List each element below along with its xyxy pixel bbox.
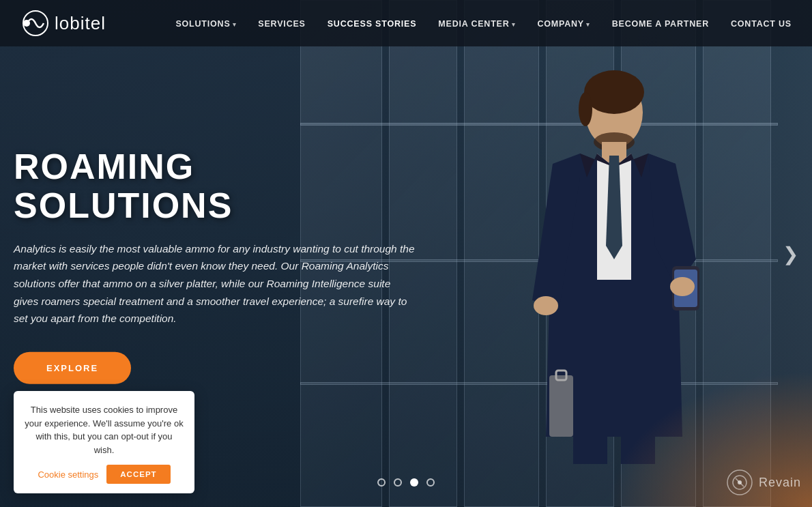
- explore-button[interactable]: EXPLORE: [14, 351, 131, 383]
- nav-item-media-center[interactable]: MEDIA CENTER▾: [438, 17, 515, 29]
- hero-title: ROAMING SOLUTIONS: [14, 147, 423, 224]
- slider-dot-3[interactable]: [410, 478, 418, 487]
- navbar: lobitel SOLUTIONS▾ SERVICES SUCCESS STOR…: [0, 0, 812, 46]
- chevron-down-icon: ▾: [233, 21, 237, 28]
- chevron-down-icon-2: ▾: [512, 21, 516, 28]
- svg-rect-9: [573, 433, 607, 464]
- cookie-text: This website uses cookies to improve you…: [25, 403, 184, 457]
- slider-dot-1[interactable]: [377, 478, 386, 487]
- svg-point-8: [534, 296, 558, 315]
- revain-label: Revain: [759, 476, 801, 490]
- nav-link-services[interactable]: SERVICES: [258, 19, 305, 29]
- svg-point-1: [584, 70, 644, 114]
- svg-point-18: [738, 480, 742, 484]
- cookie-banner: This website uses cookies to improve you…: [14, 391, 194, 493]
- nav-link-success-stories[interactable]: SUCCESS STORIES: [328, 19, 417, 29]
- cookie-settings-link[interactable]: Cookie settings: [38, 469, 98, 480]
- slider-next-button[interactable]: ❯: [783, 242, 798, 265]
- nav-item-company[interactable]: COMPANY▾: [537, 17, 590, 29]
- chevron-down-icon-3: ▾: [586, 21, 590, 28]
- nav-item-become-partner[interactable]: BECOME A PARTNER: [612, 17, 709, 29]
- svg-point-2: [579, 92, 592, 126]
- nav-links: SOLUTIONS▾ SERVICES SUCCESS STORIES MEDI…: [175, 17, 792, 29]
- svg-rect-11: [549, 375, 573, 437]
- slider-dots: [377, 478, 435, 487]
- hero-content: ROAMING SOLUTIONS Analytics is easily th…: [0, 147, 423, 383]
- cookie-actions: Cookie settings ACCEPT: [25, 465, 184, 484]
- logo[interactable]: lobitel: [20, 8, 106, 38]
- nav-item-contact[interactable]: CONTACT US: [731, 17, 792, 29]
- nav-link-become-partner[interactable]: BECOME A PARTNER: [612, 19, 709, 29]
- nav-item-services[interactable]: SERVICES: [258, 17, 305, 29]
- revain-badge: Revain: [726, 469, 801, 496]
- slider-dot-4[interactable]: [426, 478, 435, 487]
- nav-item-success-stories[interactable]: SUCCESS STORIES: [328, 17, 417, 29]
- cookie-accept-button[interactable]: ACCEPT: [106, 465, 170, 484]
- svg-point-14: [23, 20, 30, 27]
- nav-link-company[interactable]: COMPANY▾: [537, 19, 590, 29]
- slider-dot-2[interactable]: [394, 478, 402, 487]
- nav-link-media-center[interactable]: MEDIA CENTER▾: [438, 19, 515, 29]
- hero-description: Analytics is easily the most valuable am…: [14, 240, 416, 328]
- nav-link-solutions[interactable]: SOLUTIONS▾: [175, 19, 236, 29]
- logo-text: lobitel: [55, 13, 106, 34]
- svg-point-7: [670, 277, 695, 296]
- revain-icon: [726, 469, 753, 496]
- nav-item-solutions[interactable]: SOLUTIONS▾: [175, 17, 236, 29]
- nav-link-contact[interactable]: CONTACT US: [731, 19, 792, 29]
- logo-icon: [20, 8, 50, 38]
